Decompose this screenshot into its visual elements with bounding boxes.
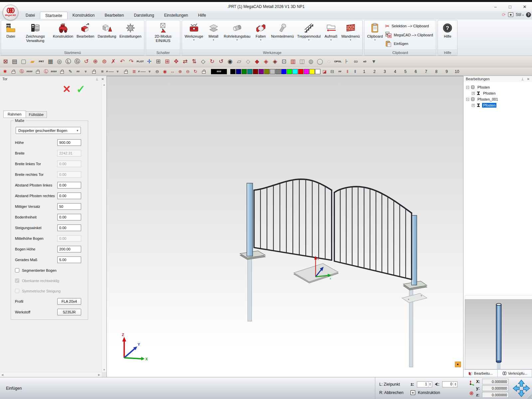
move-3d-icon[interactable]: ✥ bbox=[172, 57, 181, 66]
view-number-9[interactable]: 9 bbox=[442, 69, 452, 74]
tab-bearbeitungen[interactable]: Bearbeitu... bbox=[463, 370, 498, 377]
part-preview[interactable] bbox=[465, 299, 532, 369]
ribbon-item-hilfe[interactable]: ?Hilfe bbox=[439, 21, 456, 49]
eraser-icon[interactable]: ◪ bbox=[321, 68, 328, 75]
box-hidden-icon[interactable]: ◇ bbox=[244, 57, 253, 66]
cylinder-solid-icon[interactable]: ◯ bbox=[315, 57, 324, 66]
delete-redraw-icon[interactable]: ✗ bbox=[109, 57, 118, 66]
close-button[interactable]: ✕ bbox=[517, 2, 532, 11]
mittiger-versatz-input[interactable] bbox=[57, 203, 81, 210]
ribbon-item-werkzeuge[interactable]: Werkzeuge▾ bbox=[183, 21, 205, 49]
color-swatch-3[interactable] bbox=[247, 69, 253, 74]
maximize-button[interactable]: □ bbox=[503, 2, 517, 11]
pen-icon[interactable]: ✎ bbox=[67, 68, 74, 75]
redo-icon[interactable]: ↷ bbox=[127, 57, 136, 66]
menu-tab-datei[interactable]: Datei bbox=[21, 12, 40, 19]
zoom-all-icon[interactable]: ⊖ bbox=[153, 68, 161, 75]
layout-l-icon[interactable]: Ⓛ bbox=[64, 57, 73, 66]
print-icon[interactable]: ▦ bbox=[46, 57, 55, 66]
menu-tab-bearbeiten[interactable]: Bearbeiten bbox=[99, 12, 129, 19]
ribbon-item-falten[interactable]: Falten▾ bbox=[252, 21, 269, 49]
viewport-3d[interactable]: z x Z bbox=[107, 76, 463, 377]
rotate-free-icon[interactable]: ↺ bbox=[217, 57, 226, 66]
pin-icon[interactable]: ⊥ bbox=[95, 77, 98, 81]
monitor-select-icon[interactable]: ⊡ bbox=[279, 57, 288, 66]
tree-item-pfosten[interactable]: +Pfosten bbox=[472, 102, 531, 108]
pin-icon[interactable]: ⊥ bbox=[521, 77, 524, 81]
resize-grip[interactable] bbox=[528, 395, 532, 399]
linetype-caret-icon[interactable]: ▾ bbox=[114, 68, 121, 75]
color-swatch-14[interactable] bbox=[309, 69, 315, 74]
view-number-3[interactable]: 3 bbox=[380, 69, 390, 74]
color-swatch-12[interactable] bbox=[298, 69, 303, 74]
tree-expander-icon[interactable]: − bbox=[466, 98, 469, 101]
tree-expander-icon[interactable]: − bbox=[466, 86, 469, 89]
ribbon-item-darstellung[interactable]: Darstellung bbox=[96, 21, 118, 49]
bogen-hoehe-input[interactable] bbox=[57, 246, 81, 252]
z-coord-value[interactable]: 0.000000 bbox=[482, 392, 509, 398]
screen-colors-icon[interactable]: ⊟ bbox=[328, 68, 336, 75]
tab-fuellstaebe[interactable]: Füllstäbe bbox=[26, 111, 47, 118]
y-coord-value[interactable]: 0.000000 bbox=[482, 385, 509, 391]
cylinder-mesh-icon[interactable]: ◍ bbox=[306, 57, 315, 66]
bodenfreiheit-input[interactable] bbox=[57, 214, 81, 220]
layer-lock-icon[interactable] bbox=[36, 71, 40, 74]
print-preview-icon[interactable]: ◎ bbox=[55, 57, 64, 66]
viewport-corner-button[interactable] bbox=[455, 362, 461, 367]
hoehe-input[interactable] bbox=[57, 139, 81, 146]
snap-point-icon[interactable]: ✱ bbox=[1, 68, 9, 75]
ribbon-item-einfuegen[interactable]: Einfügen bbox=[385, 40, 433, 47]
color-swatch-15[interactable] bbox=[315, 69, 320, 74]
color-swatch-9[interactable] bbox=[281, 69, 286, 74]
close-icon[interactable]: ✕ bbox=[527, 77, 530, 81]
2d-3d-switch-icon[interactable]: ⊠ bbox=[1, 57, 10, 66]
cancel-button[interactable]: ✕ bbox=[63, 85, 71, 94]
layout-g-icon[interactable]: Ⓖ bbox=[73, 57, 82, 66]
group-hash-icon[interactable]: #### bbox=[26, 68, 33, 75]
insert-part-icon[interactable]: ⊞ bbox=[154, 57, 163, 66]
color-swatch-0[interactable] bbox=[230, 69, 236, 74]
pen-palette-icon[interactable]: ‖ bbox=[344, 68, 351, 75]
ribbon-item-wandmenue[interactable]: Wandmenü▾ bbox=[340, 21, 362, 49]
ribbon-item-aufmass[interactable]: Aufmaß▾ bbox=[322, 21, 340, 49]
insert-part-active-icon[interactable]: ⊞ bbox=[163, 57, 172, 66]
linetype-icon[interactable]: ≡ bbox=[98, 68, 106, 75]
view-number-8[interactable]: 8 bbox=[431, 69, 442, 74]
tree-item-pfosten[interactable]: +Pfosten bbox=[472, 90, 531, 96]
view-number-6[interactable]: 6 bbox=[411, 69, 421, 74]
color-swatch-7[interactable] bbox=[270, 69, 275, 74]
color-swatch-10[interactable] bbox=[287, 69, 292, 74]
width-hash-icon[interactable]: ## bbox=[336, 68, 344, 75]
view-number-4[interactable]: 4 bbox=[390, 69, 400, 74]
minimize-button[interactable]: – bbox=[488, 2, 503, 11]
tab-rahmen[interactable]: Rahmen bbox=[3, 111, 26, 118]
zoom-out-icon[interactable]: ⊖ bbox=[184, 68, 192, 75]
plot-icon[interactable]: PLOT bbox=[136, 57, 145, 66]
linewidth-icon[interactable]: ≣ bbox=[130, 68, 138, 75]
pen-palette2-icon[interactable]: ‖ bbox=[351, 68, 359, 75]
ribbon-item-datei[interactable]: PRTDatei bbox=[2, 21, 19, 49]
tree-expander-icon[interactable]: + bbox=[472, 104, 475, 107]
ribbon-item-2d-modus-ein-aus[interactable]: 2D-Modus EIN/AUS bbox=[147, 21, 179, 49]
group-select-icon[interactable]: Ⓖ bbox=[18, 68, 26, 75]
linewidth-caret-icon[interactable]: ▾ bbox=[146, 68, 153, 75]
ok-button[interactable]: ✓ bbox=[76, 85, 85, 94]
user-profile-icon[interactable]: ☻ bbox=[508, 12, 513, 17]
undo-icon[interactable]: ↶ bbox=[118, 57, 127, 66]
ribbon-item-bearbeiten[interactable]: Bearbeiten bbox=[75, 21, 96, 49]
coord-system-icon[interactable]: ✛ bbox=[145, 57, 154, 66]
ribbon-item-zeichnungs-verwaltung[interactable]: Zeichnungs Verwaltung bbox=[19, 21, 51, 49]
view-number-5[interactable]: 5 bbox=[400, 69, 411, 74]
coordinate-axes-icon[interactable] bbox=[469, 380, 474, 386]
rotate-icon[interactable]: ↻ bbox=[208, 57, 217, 66]
view-number-7[interactable]: 7 bbox=[421, 69, 431, 74]
current-color-swatch[interactable]: ### bbox=[211, 69, 227, 74]
color-swatch-5[interactable] bbox=[259, 69, 264, 74]
pen-caret-icon[interactable]: ▾ bbox=[82, 68, 89, 75]
new-file-icon[interactable]: ▢ bbox=[19, 57, 28, 66]
crosshair-icon[interactable]: ⊕ bbox=[469, 390, 473, 396]
abstand-pfosten-linkes-input[interactable] bbox=[57, 182, 81, 189]
ribbon-item-konstruktion[interactable]: Konstruktion bbox=[51, 21, 75, 49]
tor-vertical-scrollbar[interactable]: ▲▼ bbox=[101, 83, 106, 372]
steigungswinkel-input[interactable] bbox=[57, 224, 81, 231]
